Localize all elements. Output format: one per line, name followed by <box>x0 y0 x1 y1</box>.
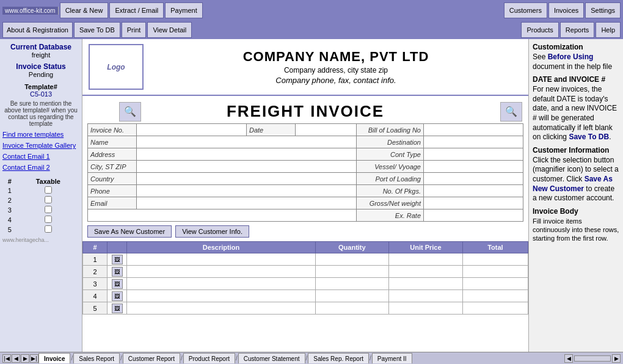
sheet-tab-customer-statement[interactable]: Customer Statement <box>238 353 305 363</box>
taxable-check-1[interactable] <box>17 186 80 195</box>
city-input[interactable] <box>137 161 357 173</box>
empty-cell <box>88 209 357 222</box>
view-detail-button[interactable]: View Detail <box>147 22 192 38</box>
help-button[interactable]: Help <box>596 22 621 38</box>
sheet-tab-sales-report[interactable]: Sales Report <box>73 353 120 363</box>
line-price-4[interactable] <box>389 290 463 302</box>
payment-button[interactable]: Payment <box>165 2 202 18</box>
db-value: freight <box>2 51 79 59</box>
line-qty-3[interactable] <box>315 278 389 290</box>
line-total-4[interactable] <box>462 290 528 302</box>
taxable-check-4[interactable] <box>17 215 80 225</box>
reports-button[interactable]: Reports <box>560 22 595 38</box>
invoice-no-input[interactable] <box>137 124 247 136</box>
row-num-2: 2 <box>2 195 17 205</box>
table-row: 5 <box>2 225 79 235</box>
sheet-tab-sales-rep.-report[interactable]: Sales Rep. Report <box>308 353 369 363</box>
line-price-5[interactable] <box>389 302 463 315</box>
cont-type-input[interactable] <box>424 148 523 161</box>
country-input[interactable] <box>137 173 357 185</box>
bol-input[interactable] <box>424 124 523 136</box>
line-desc-5[interactable] <box>127 302 315 315</box>
line-desc-3[interactable] <box>127 278 315 290</box>
contact-email1-link[interactable]: Contact Email 1 <box>2 153 79 160</box>
table-row: 2 <box>2 195 79 205</box>
tab-next-button[interactable]: ▶ <box>21 354 29 363</box>
about-button[interactable]: About & Registration <box>2 22 73 38</box>
num-pkgs-input[interactable] <box>424 185 523 197</box>
sheet-tab-payment-ii[interactable]: Payment II <box>372 353 412 363</box>
line-desc-1[interactable] <box>127 253 315 266</box>
line-img-1[interactable]: 🖼 <box>107 253 127 266</box>
tab-prev-button[interactable]: ◀ <box>12 354 20 363</box>
extract-email-button[interactable]: Extract / Email <box>109 2 164 18</box>
print-button[interactable]: Print <box>122 22 147 38</box>
line-price-3[interactable] <box>389 278 463 290</box>
line-qty-5[interactable] <box>315 302 389 315</box>
gross-weight-input[interactable] <box>424 197 523 209</box>
taxable-check-2[interactable] <box>17 195 80 205</box>
view-customer-info-button[interactable]: View Customer Info. <box>175 225 249 238</box>
line-img-4[interactable]: 🖼 <box>107 290 127 302</box>
contact-email2-link[interactable]: Contact Email 2 <box>2 164 79 171</box>
tab-first-button[interactable]: |◀ <box>2 354 11 363</box>
line-qty-4[interactable] <box>315 290 389 302</box>
sheet-tab-customer-report[interactable]: Customer Report <box>123 353 180 363</box>
line-total-2[interactable] <box>462 266 528 278</box>
phone-input[interactable] <box>137 185 357 197</box>
template-gallery-link[interactable]: Invoice Template Gallery <box>2 142 79 149</box>
line-qty-1[interactable] <box>315 253 389 266</box>
invoices-button[interactable]: Invoices <box>548 2 584 18</box>
vessel-input[interactable] <box>424 161 523 173</box>
line-img-3[interactable]: 🖼 <box>107 278 127 290</box>
taxable-check-5[interactable] <box>17 225 80 235</box>
line-price-2[interactable] <box>389 266 463 278</box>
scroll-right-button[interactable]: ▶ <box>612 354 621 363</box>
taxable-check-3[interactable] <box>17 205 80 215</box>
line-total-3[interactable] <box>462 278 528 290</box>
search-icon-left[interactable]: 🔍 <box>119 102 141 122</box>
line-num-4: 4 <box>83 290 107 302</box>
invoice-no-label: Invoice No. <box>88 124 137 136</box>
line-img-5[interactable]: 🖼 <box>107 302 127 315</box>
clear-new-button[interactable]: Clear & New <box>60 2 109 18</box>
name-input[interactable] <box>137 136 357 148</box>
line-qty-2[interactable] <box>315 266 389 278</box>
template-label: Template# <box>2 83 79 90</box>
search-icon-right[interactable]: 🔍 <box>500 102 522 122</box>
address-input[interactable] <box>137 148 357 161</box>
destination-input[interactable] <box>424 136 523 148</box>
table-row: 1 <box>2 186 79 195</box>
save-db-button[interactable]: Save To DB <box>74 22 120 38</box>
find-templates-link[interactable]: Find more templates <box>2 131 79 138</box>
ex-rate-input[interactable] <box>424 209 523 222</box>
ex-rate-label: Ex. Rate <box>357 209 424 222</box>
save-new-customer-button[interactable]: Save As New Customer <box>87 225 172 238</box>
taxable-table: # Taxable 1 2 3 4 5 <box>2 177 79 235</box>
scroll-left-button[interactable]: ◀ <box>564 354 573 363</box>
line-total-1[interactable] <box>462 253 528 266</box>
line-total-5[interactable] <box>462 302 528 315</box>
email-input[interactable] <box>137 197 357 209</box>
scrollbar-track[interactable] <box>574 355 611 362</box>
settings-button[interactable]: Settings <box>585 2 621 18</box>
products-button[interactable]: Products <box>521 22 558 38</box>
sheet-tab-invoice[interactable]: Invoice <box>38 353 70 363</box>
sheet-tab-product-report[interactable]: Product Report <box>183 353 235 363</box>
customization-text: See Before Using document in the help fi… <box>533 53 619 71</box>
line-desc-4[interactable] <box>127 290 315 302</box>
line-desc-2[interactable] <box>127 266 315 278</box>
port-input[interactable] <box>424 173 523 185</box>
customers-button[interactable]: Customers <box>504 2 547 18</box>
line-img-2[interactable]: 🖼 <box>107 266 127 278</box>
line-items-table: # Description Quantity Unit Price Total … <box>82 241 528 315</box>
save-to-db-link[interactable]: Save To DB <box>569 133 609 141</box>
date-input[interactable] <box>296 124 357 136</box>
customer-info-title: Customer Information <box>533 146 619 155</box>
before-using-link[interactable]: Before Using <box>548 53 594 61</box>
line-price-1[interactable] <box>389 253 463 266</box>
tab-last-button[interactable]: ▶| <box>30 354 38 363</box>
invoice-fields: Invoice No. Date Bill of Loading No Name… <box>82 123 528 222</box>
customization-text2: document in the help file <box>533 62 612 71</box>
invoice-body-text: Fill invoice items continuously into the… <box>533 217 619 243</box>
